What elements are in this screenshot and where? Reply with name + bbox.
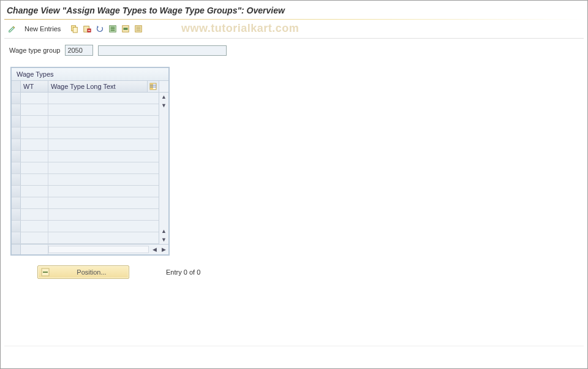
cell-wt[interactable] <box>21 139 48 150</box>
table-row[interactable] <box>12 221 159 232</box>
table-header-row: WT Wage Type Long Text <box>12 81 159 93</box>
cell-long-text[interactable] <box>48 151 159 162</box>
cell-wt[interactable] <box>21 127 48 139</box>
cell-wt[interactable] <box>21 221 48 232</box>
scroll-track[interactable] <box>159 110 168 227</box>
table-row[interactable] <box>12 174 159 186</box>
cell-wt[interactable] <box>21 151 48 162</box>
table-row[interactable] <box>12 93 159 104</box>
position-button[interactable]: Position... <box>37 265 129 279</box>
hscroll-track[interactable] <box>48 246 149 253</box>
undo-icon <box>96 25 104 33</box>
wage-type-group-label: Wage type group <box>9 47 60 54</box>
cell-long-text[interactable] <box>48 209 159 220</box>
row-selector[interactable] <box>12 209 21 220</box>
table-row[interactable] <box>12 162 159 174</box>
cell-long-text[interactable] <box>48 127 159 139</box>
cell-long-text[interactable] <box>48 104 159 115</box>
row-selector[interactable] <box>12 104 21 115</box>
svg-rect-16 <box>150 83 153 89</box>
cell-long-text[interactable] <box>48 93 159 104</box>
column-header-wt[interactable]: WT <box>21 81 48 92</box>
row-selector[interactable] <box>12 197 21 208</box>
wage-types-table: Wage Types WT Wage Type Long Text <box>10 67 170 256</box>
column-header-long-text[interactable]: Wage Type Long Text <box>48 81 148 92</box>
svg-rect-20 <box>43 272 48 273</box>
position-button-label: Position... <box>55 268 129 276</box>
row-selector[interactable] <box>12 127 21 139</box>
delete-icon <box>83 25 91 33</box>
cell-long-text[interactable] <box>48 116 159 127</box>
hscroll-left-button[interactable]: ◀ <box>150 245 159 254</box>
scroll-up-button[interactable]: ▲ <box>159 93 168 101</box>
table-row[interactable] <box>12 139 159 151</box>
svg-rect-1 <box>74 27 78 32</box>
delete-button[interactable] <box>81 23 92 34</box>
cell-wt[interactable] <box>21 162 48 173</box>
row-selector[interactable] <box>12 162 21 173</box>
select-block-button[interactable] <box>120 23 131 34</box>
cell-long-text[interactable] <box>48 174 159 185</box>
table-row[interactable] <box>12 186 159 197</box>
toggle-display-change-button[interactable] <box>7 23 18 34</box>
select-all-button[interactable] <box>107 23 118 34</box>
cell-long-text[interactable] <box>48 232 159 243</box>
copy-button[interactable] <box>69 23 80 34</box>
deselect-all-icon <box>134 25 143 33</box>
row-selector[interactable] <box>12 116 21 127</box>
deselect-all-button[interactable] <box>133 23 144 34</box>
table-row[interactable] <box>12 104 159 116</box>
table-row[interactable] <box>12 232 159 244</box>
table-row[interactable] <box>12 209 159 221</box>
cell-long-text[interactable] <box>48 139 159 150</box>
cell-wt[interactable] <box>21 197 48 208</box>
svg-rect-13 <box>137 28 141 29</box>
table-title: Wage Types <box>12 68 168 81</box>
table-settings-button[interactable] <box>148 81 159 92</box>
position-icon <box>40 267 51 278</box>
cell-long-text[interactable] <box>48 197 159 208</box>
cell-long-text[interactable] <box>48 221 159 232</box>
select-all-rows-header[interactable] <box>12 81 21 92</box>
table-row[interactable] <box>12 151 159 162</box>
row-selector[interactable] <box>12 93 21 104</box>
wage-type-group-description <box>98 45 227 56</box>
svg-rect-8 <box>111 30 115 31</box>
undo-button[interactable] <box>94 23 105 34</box>
cell-wt[interactable] <box>21 104 48 115</box>
footer-divider <box>4 346 584 346</box>
cell-long-text[interactable] <box>48 186 159 197</box>
title-divider <box>4 19 584 20</box>
vertical-scrollbar[interactable]: ▲ ▼ ▲ ▼ <box>159 81 168 244</box>
cell-long-text[interactable] <box>48 162 159 173</box>
table-row[interactable] <box>12 127 159 139</box>
cell-wt[interactable] <box>21 209 48 220</box>
table-row[interactable] <box>12 197 159 209</box>
row-selector[interactable] <box>12 139 21 150</box>
scroll-down-button[interactable]: ▼ <box>159 235 168 244</box>
wage-type-group-value: 2050 <box>65 45 93 56</box>
row-selector[interactable] <box>12 232 21 243</box>
svg-rect-6 <box>111 27 115 28</box>
filter-row: Wage type group 2050 <box>1 39 587 58</box>
table-row[interactable] <box>12 116 159 127</box>
new-entries-button[interactable]: New Entries <box>21 24 64 34</box>
page-title: Change View "Assign Wage Types to Wage T… <box>1 1 587 19</box>
cell-wt[interactable] <box>21 116 48 127</box>
row-selector[interactable] <box>12 221 21 232</box>
copy-icon <box>70 25 78 33</box>
row-selector[interactable] <box>12 186 21 197</box>
svg-rect-10 <box>124 28 128 30</box>
row-selector[interactable] <box>12 151 21 162</box>
horizontal-scrollbar[interactable]: ◀ ▶ <box>12 244 168 254</box>
toolbar: New Entries <box>1 21 587 37</box>
cell-wt[interactable] <box>21 174 48 185</box>
scroll-small-up[interactable]: ▲ <box>159 227 168 235</box>
cell-wt[interactable] <box>21 232 48 243</box>
scroll-small-down[interactable]: ▼ <box>159 101 168 110</box>
cell-wt[interactable] <box>21 93 48 104</box>
cell-wt[interactable] <box>21 186 48 197</box>
watermark-text: www.tutorialkart.com <box>181 22 299 35</box>
hscroll-right-button[interactable]: ▶ <box>159 245 168 254</box>
row-selector[interactable] <box>12 174 21 185</box>
